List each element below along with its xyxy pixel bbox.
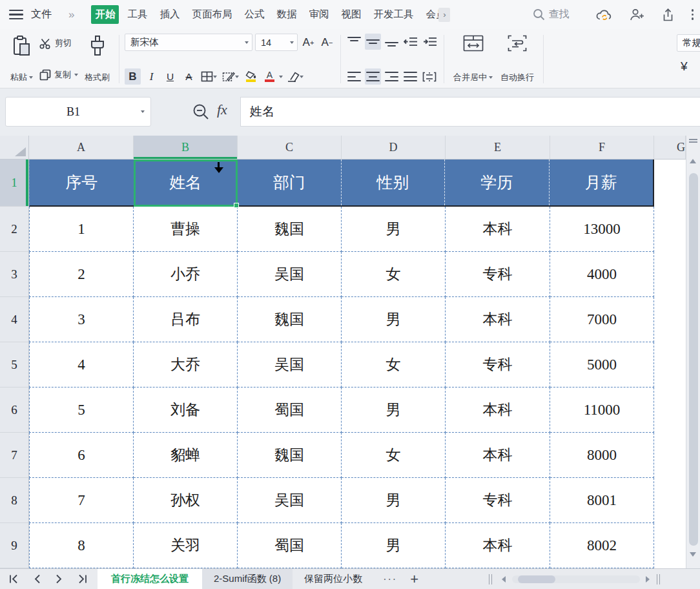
sheet-tab-1[interactable]: 2-Sumif函数 (8): [202, 569, 293, 589]
cell-A6[interactable]: 5: [29, 388, 134, 433]
menu-tab-3[interactable]: 页面布局: [188, 5, 236, 24]
scrollbar-split-handle[interactable]: [689, 139, 697, 140]
formula-input[interactable]: 姓名: [240, 97, 700, 127]
cell-A2[interactable]: 1: [29, 207, 134, 252]
column-header-f[interactable]: F: [550, 136, 654, 159]
menu-tab-4[interactable]: 公式: [240, 5, 268, 24]
increase-indent-button[interactable]: [422, 34, 438, 50]
font-name-select[interactable]: 新宋体: [125, 34, 252, 51]
cell-C6[interactable]: 蜀国: [238, 388, 342, 433]
cell-D8[interactable]: 男: [342, 478, 446, 523]
cell-E4[interactable]: 本科: [446, 297, 550, 342]
cell-A3[interactable]: 2: [29, 252, 134, 297]
cell-B6[interactable]: 刘备: [134, 388, 238, 433]
row-header-5[interactable]: 5: [0, 342, 29, 388]
hamburger-menu-icon[interactable]: [9, 10, 23, 19]
italic-button[interactable]: I: [143, 68, 160, 85]
cell-E9[interactable]: 本科: [446, 523, 550, 568]
align-top-button[interactable]: [346, 34, 362, 50]
menu-tab-7[interactable]: 视图: [337, 5, 365, 24]
row-header-2[interactable]: 2: [0, 207, 29, 252]
cell-D2[interactable]: 男: [342, 207, 446, 252]
cell-D5[interactable]: 女: [342, 342, 446, 388]
justify-button[interactable]: [402, 68, 418, 85]
cell-C7[interactable]: 魏国: [238, 433, 342, 478]
decrease-font-button[interactable]: A−: [319, 34, 335, 50]
eraser-button[interactable]: [285, 68, 305, 85]
cell-A8[interactable]: 7: [29, 478, 134, 523]
bold-button[interactable]: B: [125, 68, 141, 85]
menu-tab-9[interactable]: 会员专享: [422, 5, 440, 24]
column-header-a[interactable]: A: [29, 136, 134, 159]
strikethrough-button[interactable]: A: [181, 68, 197, 85]
tab-area-splitter[interactable]: [489, 574, 492, 584]
menu-tab-8[interactable]: 开发工具: [369, 5, 417, 24]
add-sheet-button[interactable]: +: [410, 572, 418, 586]
next-sheet-button[interactable]: [56, 574, 63, 584]
cell-B9[interactable]: 关羽: [134, 523, 238, 568]
cell-D1[interactable]: 性别: [342, 160, 446, 205]
cell-C8[interactable]: 吴国: [238, 478, 342, 523]
align-center-button[interactable]: [365, 68, 381, 85]
search-button[interactable]: 查找: [533, 8, 570, 21]
decrease-indent-button[interactable]: [402, 34, 419, 50]
expand-chevrons[interactable]: »: [68, 8, 74, 21]
cell-D3[interactable]: 女: [342, 252, 446, 297]
insert-function-button[interactable]: fx: [217, 101, 227, 118]
cell-E1[interactable]: 学历: [445, 160, 550, 205]
cell-A1[interactable]: 序号: [30, 160, 134, 205]
cell-F2[interactable]: 13000: [550, 207, 654, 252]
cell-B5[interactable]: 大乔: [134, 342, 238, 388]
select-all-corner[interactable]: [0, 136, 29, 160]
add-user-icon[interactable]: [630, 8, 644, 21]
row-header-3[interactable]: 3: [0, 252, 29, 297]
cell-C9[interactable]: 蜀国: [238, 523, 342, 568]
scrollbar-split-handle[interactable]: [689, 141, 697, 143]
zoom-out-button[interactable]: [192, 103, 210, 121]
cell-C2[interactable]: 魏国: [238, 207, 342, 252]
horizontal-scroll-thumb[interactable]: [518, 575, 555, 583]
wrap-text-button[interactable]: 自动换行: [497, 34, 538, 85]
cell-E2[interactable]: 本科: [446, 207, 550, 252]
font-size-select[interactable]: 14: [255, 34, 298, 51]
underline-button[interactable]: U: [162, 68, 178, 85]
cut-button[interactable]: 剪切: [39, 36, 78, 51]
column-header-e[interactable]: E: [446, 136, 550, 159]
row-header-9[interactable]: 9: [0, 523, 29, 568]
cell-A9[interactable]: 8: [29, 523, 134, 568]
row-header-8[interactable]: 8: [0, 478, 29, 523]
cell-C5[interactable]: 吴国: [238, 342, 342, 388]
scrollbar-splitter[interactable]: [657, 574, 660, 584]
scroll-down-arrow[interactable]: [690, 552, 696, 557]
menu-tab-1[interactable]: 工具: [123, 5, 151, 24]
row-header-6[interactable]: 6: [0, 388, 29, 433]
text-orientation-button[interactable]: [421, 68, 438, 85]
cell-D9[interactable]: 男: [342, 523, 446, 568]
cell-C3[interactable]: 吴国: [238, 252, 342, 297]
file-menu[interactable]: 文件: [31, 8, 52, 21]
align-left-button[interactable]: [346, 68, 362, 85]
menu-tab-2[interactable]: 插入: [156, 5, 183, 24]
draw-border-button[interactable]: [221, 68, 240, 85]
row-header-7[interactable]: 7: [0, 433, 29, 478]
cell-D6[interactable]: 男: [342, 388, 446, 433]
last-sheet-button[interactable]: [77, 574, 87, 584]
cloud-sync-icon[interactable]: [595, 8, 613, 21]
first-sheet-button[interactable]: [9, 574, 19, 584]
paste-button[interactable]: 粘贴: [6, 34, 37, 85]
number-format-select[interactable]: 常规: [677, 34, 700, 52]
cell-E6[interactable]: 本科: [446, 388, 550, 433]
column-header-d[interactable]: D: [342, 136, 446, 159]
cell-A4[interactable]: 3: [29, 297, 134, 342]
menu-tab-6[interactable]: 审阅: [305, 5, 333, 24]
more-options-icon[interactable]: [692, 9, 694, 19]
cell-F5[interactable]: 5000: [550, 342, 654, 388]
more-sheets-button[interactable]: ···: [383, 574, 397, 585]
borders-button[interactable]: [200, 68, 218, 85]
align-bottom-button[interactable]: [384, 34, 400, 50]
cell-F1[interactable]: 月薪: [550, 160, 654, 205]
align-right-button[interactable]: [384, 68, 400, 85]
cell-B4[interactable]: 吕布: [134, 297, 238, 342]
sheet-tab-2[interactable]: 保留两位小数: [293, 569, 374, 589]
fill-handle[interactable]: [234, 203, 239, 208]
